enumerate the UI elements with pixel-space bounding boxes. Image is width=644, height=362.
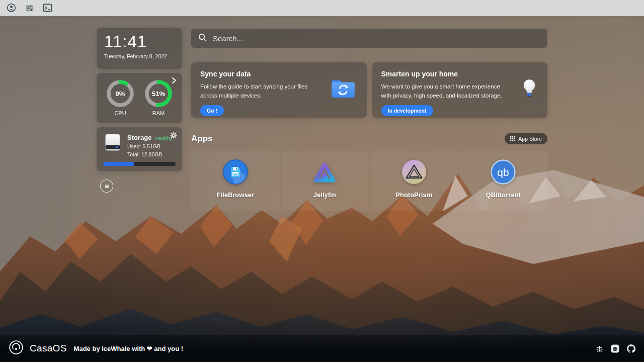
clock-widget: 11:41 Tuesday, February 8, 2022 bbox=[97, 28, 182, 69]
search-icon bbox=[198, 33, 207, 44]
promo-title: Smarten up your home bbox=[381, 70, 539, 78]
promo-title: Sync your data bbox=[200, 70, 358, 78]
promo-description: Follow the guide to start syncing your f… bbox=[200, 82, 323, 101]
sidebar-widgets: 11:41 Tuesday, February 8, 2022 9% CPU bbox=[97, 28, 182, 193]
ram-label: RAM bbox=[144, 110, 173, 116]
apps-title: Apps bbox=[191, 134, 213, 144]
cpu-percent: 9% bbox=[106, 79, 134, 108]
ram-percent: 51% bbox=[144, 79, 173, 108]
search-bar[interactable] bbox=[191, 29, 547, 48]
user-account-icon[interactable] bbox=[7, 3, 16, 13]
cpu-gauge: 9% CPU bbox=[106, 79, 135, 123]
sync-folder-icon bbox=[331, 79, 356, 101]
app-store-label: App Store bbox=[518, 136, 542, 142]
promo-cards: Sync your data Follow the guide to start… bbox=[191, 62, 547, 118]
ram-gauge: 51% RAM bbox=[144, 79, 173, 123]
app-tile-qbittorrent[interactable]: qb QBittorrent bbox=[459, 151, 548, 211]
app-label: QBittorrent bbox=[486, 191, 521, 199]
app-tile-photoprism[interactable]: PhotoPrism bbox=[370, 151, 458, 211]
footer-social-icons bbox=[596, 344, 635, 353]
discord-icon[interactable] bbox=[611, 344, 619, 353]
promo-smart-home-card: Smarten up your home We want to give you… bbox=[372, 62, 548, 118]
app-label: Jellyfin bbox=[313, 191, 336, 199]
storage-title: Storage bbox=[127, 134, 151, 141]
top-bar bbox=[0, 0, 644, 16]
gear-icon[interactable] bbox=[170, 132, 177, 139]
storage-progress-track bbox=[103, 162, 176, 166]
storage-total: Total: 12.80GB bbox=[127, 151, 173, 157]
promo-sync-card: Sync your data Follow the guide to start… bbox=[191, 62, 367, 118]
app-store-button[interactable]: App Store bbox=[505, 133, 547, 144]
app-tile-jellyfin[interactable]: Jellyfin bbox=[281, 151, 369, 211]
qbittorrent-app-icon: qb bbox=[491, 159, 516, 185]
app-tile-filebrowser[interactable]: FileBrowser bbox=[191, 151, 280, 211]
brand-name: CasaOS bbox=[30, 343, 67, 354]
casaos-logo bbox=[9, 340, 24, 357]
go-button[interactable]: Go ! bbox=[200, 105, 224, 116]
main-content: Sync your data Follow the guide to start… bbox=[191, 29, 547, 211]
system-monitor-widget: 9% CPU 51% RAM bbox=[97, 73, 182, 123]
in-development-badge[interactable]: In development bbox=[381, 105, 433, 116]
cpu-label: CPU bbox=[106, 110, 135, 116]
storage-widget: Storage Healthy Used: 5.51GB Total: 12.8… bbox=[97, 127, 182, 171]
settings-sliders-icon[interactable] bbox=[25, 3, 34, 13]
filebrowser-app-icon bbox=[223, 159, 248, 185]
light-bulb-icon bbox=[522, 78, 536, 102]
search-input[interactable] bbox=[213, 34, 541, 43]
clock-date: Tuesday, February 8, 2022 bbox=[104, 53, 175, 59]
apps-section-header: Apps App Store bbox=[191, 133, 547, 144]
footer-tagline: Made by IceWhale with ❤ and you ! bbox=[74, 345, 183, 352]
grid-icon bbox=[510, 136, 515, 141]
promo-description: We want to give you a smart home experie… bbox=[381, 82, 504, 101]
qb-monogram: qb bbox=[498, 166, 509, 178]
bug-report-icon[interactable] bbox=[596, 345, 603, 352]
photoprism-app-icon bbox=[401, 159, 427, 185]
hard-drive-icon bbox=[103, 133, 122, 157]
widgets-menu-button[interactable] bbox=[100, 179, 113, 193]
storage-progress-fill bbox=[103, 162, 134, 166]
clock-time: 11:41 bbox=[104, 32, 175, 51]
github-icon[interactable] bbox=[627, 344, 635, 353]
jellyfin-app-icon bbox=[312, 159, 337, 185]
storage-used: Used: 5.51GB bbox=[127, 143, 173, 149]
apps-grid: FileBrowser Jellyfin bbox=[191, 151, 547, 211]
hamburger-icon bbox=[104, 184, 110, 189]
footer-bar: CasaOS Made by IceWhale with ❤ and you ! bbox=[0, 335, 644, 362]
app-label: PhotoPrism bbox=[395, 191, 432, 199]
terminal-icon[interactable] bbox=[43, 3, 52, 13]
app-label: FileBrowser bbox=[217, 191, 254, 199]
